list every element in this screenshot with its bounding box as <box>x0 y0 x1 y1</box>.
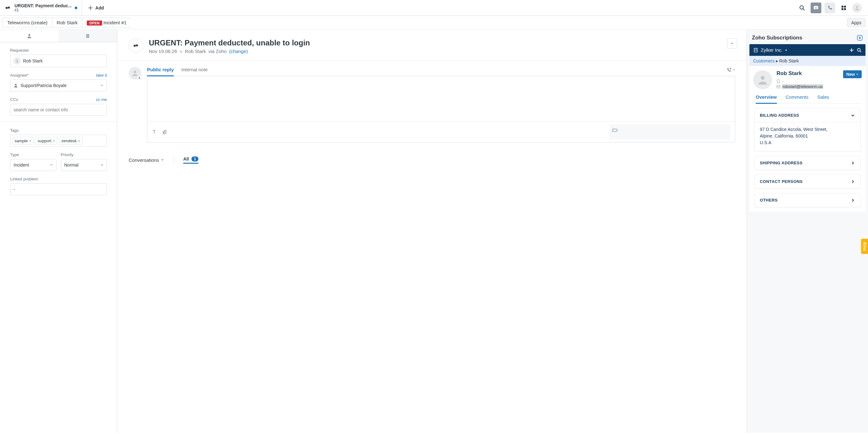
customers-link[interactable]: Customers <box>753 58 775 63</box>
type-select[interactable]: Incident <box>10 159 57 171</box>
svg-point-9 <box>28 34 30 36</box>
chevron-right-icon: ▸ <box>776 58 779 63</box>
apps-button[interactable]: Apps <box>847 18 866 27</box>
text-format-button[interactable] <box>152 129 157 134</box>
profile-avatar[interactable] <box>852 3 862 12</box>
new-button[interactable]: New <box>843 70 862 78</box>
breadcrumb-requester[interactable]: Rob Stark <box>52 18 82 27</box>
tab-sales[interactable]: Sales <box>817 94 829 104</box>
chevron-right-icon <box>851 180 855 184</box>
priority-select[interactable]: Normal <box>61 159 107 171</box>
filter-count: 1 <box>191 156 199 161</box>
shipping-address-toggle[interactable]: SHIPPING ADDRESS <box>755 156 860 170</box>
requester-label: Requester <box>10 48 107 53</box>
filter-all-tab[interactable]: All 1 <box>183 156 199 164</box>
person-icon <box>13 57 21 64</box>
apps-grid-button[interactable] <box>838 2 849 13</box>
shipping-address-section: SHIPPING ADDRESS <box>754 156 861 170</box>
type-field: Type Incident <box>10 152 57 171</box>
ticket-header: URGENT: Payment deducted, unable to logi… <box>117 30 747 61</box>
customer-card: Rob Stark New - robstart@te <box>749 66 866 212</box>
requester-input[interactable]: Rob Stark <box>10 55 107 67</box>
chevron-down-icon <box>100 84 103 87</box>
call-dropdown[interactable] <box>726 67 735 76</box>
svg-rect-5 <box>844 6 846 7</box>
chevron-right-icon <box>851 198 855 203</box>
add-tab-button[interactable]: Add <box>82 0 110 16</box>
remove-tag-icon[interactable]: × <box>53 138 55 143</box>
billing-address-toggle[interactable]: BILLING ADDRESS <box>755 108 860 122</box>
breadcrumb-org[interactable]: Teleworms (create) <box>2 18 52 27</box>
cc-me-link[interactable]: cc me <box>96 97 107 102</box>
tab-comments[interactable]: Comments <box>786 94 809 104</box>
svg-point-25 <box>761 76 765 80</box>
chevron-down-icon <box>856 73 859 76</box>
svg-point-13 <box>17 60 18 61</box>
workspace-tab[interactable]: URGENT: Payment deduc... #1 <box>0 0 82 16</box>
reply-avatar <box>129 67 141 80</box>
assignee-value: Support/Patricia Boyale <box>21 83 67 88</box>
left-tab-ticket[interactable] <box>59 30 117 42</box>
tab-overview[interactable]: Overview <box>756 94 777 104</box>
svg-rect-16 <box>135 44 138 47</box>
chevron-down-icon <box>733 69 735 71</box>
attachment-button[interactable] <box>162 129 167 134</box>
breadcrumb-ticket-label: Incident #1 <box>103 20 126 25</box>
search-org-button[interactable] <box>857 48 862 53</box>
separator-dot: ● <box>180 49 182 54</box>
svg-rect-23 <box>756 50 757 51</box>
tags-input[interactable]: sample× support× zendesk× <box>10 135 107 147</box>
left-tab-user[interactable] <box>0 30 59 42</box>
ccs-text-input[interactable] <box>13 107 103 112</box>
reply-editor[interactable] <box>147 76 735 143</box>
paperclip-icon <box>162 129 167 134</box>
linked-problem-value: - <box>13 187 15 192</box>
zoho-logo-icon <box>857 35 863 41</box>
change-source-link[interactable]: (change) <box>229 49 248 54</box>
billing-address-section: BILLING ADDRESS 97 D Candice Accola, Wes… <box>754 108 861 151</box>
add-button[interactable] <box>849 48 854 53</box>
conversations-row: Conversations All 1 <box>117 152 747 171</box>
list-icon <box>85 33 90 38</box>
assignee-select[interactable]: Support/Patricia Boyale <box>10 80 107 91</box>
svg-rect-4 <box>841 6 843 7</box>
public-reply-tab[interactable]: Public reply <box>147 67 174 76</box>
org-bar: Zylker Inc. <box>749 44 866 56</box>
zoho-tabs: Overview Comments Sales <box>753 94 862 104</box>
type-priority-row: Type Incident Priority Normal <box>10 152 107 171</box>
org-name[interactable]: Zylker Inc. <box>761 47 782 53</box>
macro-button[interactable] <box>609 125 731 139</box>
svg-point-17 <box>134 71 136 73</box>
chat-button[interactable] <box>811 2 821 13</box>
chevron-down-icon <box>851 113 855 118</box>
remove-tag-icon[interactable]: × <box>29 138 32 143</box>
ccs-input[interactable] <box>10 104 107 116</box>
phone-button[interactable] <box>825 2 835 13</box>
svg-rect-1 <box>7 6 10 9</box>
search-button[interactable] <box>797 2 807 13</box>
linked-problem-select[interactable]: - <box>10 183 107 195</box>
unsaved-dot-icon <box>75 7 77 9</box>
expand-button[interactable] <box>727 38 737 49</box>
svg-rect-7 <box>844 8 846 10</box>
phone-outgoing-icon <box>726 67 732 72</box>
reply-area: Public reply Internal note <box>117 61 747 152</box>
remove-tag-icon[interactable]: × <box>78 138 81 143</box>
contact-persons-toggle[interactable]: CONTACT PERSONS <box>755 175 860 188</box>
others-section: OTHERS <box>754 193 861 207</box>
top-tab-bar: URGENT: Payment deduc... #1 Add <box>0 0 868 16</box>
take-it-link[interactable]: take it <box>96 73 107 78</box>
svg-rect-3 <box>814 6 818 9</box>
internal-note-tab[interactable]: Internal note <box>181 67 208 76</box>
breadcrumb-ticket[interactable]: OPEN Incident #1 <box>82 18 131 27</box>
svg-rect-12 <box>86 37 89 37</box>
svg-rect-26 <box>777 80 780 83</box>
customer-email-value[interactable]: robstart@teleworm.us <box>782 84 823 89</box>
others-toggle[interactable]: OTHERS <box>755 193 860 207</box>
zoho-breadcrumb: Customers ▸ Rob Stark <box>749 56 866 66</box>
conversations-dropdown[interactable]: Conversations <box>129 157 164 163</box>
help-tab[interactable]: Help <box>861 239 868 254</box>
tag-chip: support× <box>36 137 57 145</box>
ticket-date: Nov 19 06:26 <box>149 49 177 54</box>
editor-body[interactable] <box>147 76 735 121</box>
